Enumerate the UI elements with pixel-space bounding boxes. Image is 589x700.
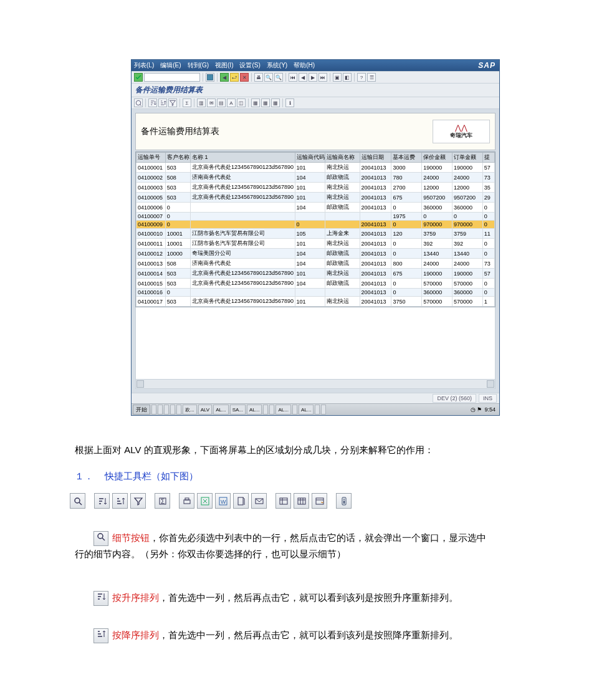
- export-icon[interactable]: ▥: [197, 98, 206, 107]
- table-cell[interactable]: 503: [165, 279, 190, 289]
- table-cell[interactable]: 35: [482, 183, 494, 193]
- table-cell[interactable]: 20041013: [360, 239, 391, 249]
- graphic-icon[interactable]: ◫: [237, 98, 246, 107]
- table-cell[interactable]: 0: [391, 221, 422, 229]
- col-name1[interactable]: 名称 1: [190, 153, 295, 163]
- table-cell[interactable]: 10000: [165, 249, 190, 259]
- table-cell[interactable]: 24000: [453, 173, 483, 183]
- sum-icon[interactable]: Σ: [183, 98, 191, 107]
- table-cell[interactable]: 1: [482, 297, 494, 307]
- abc-icon[interactable]: A: [227, 98, 236, 107]
- taskbar-item[interactable]: AL...: [275, 405, 290, 415]
- table-cell[interactable]: 104: [295, 279, 325, 289]
- table-cell[interactable]: 105: [295, 229, 325, 239]
- table-cell[interactable]: 360000: [422, 203, 453, 213]
- table-cell[interactable]: 20041013: [360, 269, 391, 279]
- table-row[interactable]: 04100005503北京商务代表处1234567890123d56789010…: [136, 193, 495, 203]
- col-customer[interactable]: 客户名称: [165, 153, 190, 163]
- table-cell[interactable]: 970000: [453, 221, 483, 229]
- table-cell[interactable]: 392: [453, 239, 483, 249]
- taskbar-item[interactable]: [269, 405, 274, 415]
- table-cell[interactable]: 101: [295, 193, 325, 203]
- table-cell[interactable]: 503: [165, 183, 190, 193]
- table-cell[interactable]: 04100013: [136, 259, 166, 269]
- taskbar-item[interactable]: SA...: [230, 405, 246, 415]
- table-cell[interactable]: [295, 289, 325, 297]
- save-icon[interactable]: [206, 73, 214, 82]
- table-row[interactable]: 04100014503北京商务代表处1234567890123d56789010…: [136, 269, 495, 279]
- table-cell[interactable]: 503: [165, 297, 190, 307]
- table-cell[interactable]: 24000: [422, 173, 453, 183]
- table-cell[interactable]: 101: [295, 297, 325, 307]
- table-cell[interactable]: 04100006: [136, 203, 166, 213]
- table-cell[interactable]: [325, 213, 360, 221]
- table-cell[interactable]: 503: [165, 269, 190, 279]
- taskbar-item[interactable]: [164, 405, 169, 415]
- table-cell[interactable]: 190000: [422, 163, 453, 173]
- table-cell[interactable]: 508: [165, 259, 190, 269]
- col-extra[interactable]: 提: [482, 153, 494, 163]
- table-row[interactable]: 04100009002004101309700009700000: [136, 221, 495, 229]
- table-cell[interactable]: [295, 213, 325, 221]
- table-cell[interactable]: 20041013: [360, 279, 391, 289]
- table-cell[interactable]: 20041013: [360, 183, 391, 193]
- table-cell[interactable]: 24000: [422, 259, 453, 269]
- table-cell[interactable]: 20041013: [360, 193, 391, 203]
- table-cell[interactable]: 0: [391, 203, 422, 213]
- col-carrier-code[interactable]: 运输商代码: [295, 153, 325, 163]
- taskbar-item[interactable]: [158, 405, 163, 415]
- table-cell[interactable]: 04100009: [136, 221, 166, 229]
- table-cell[interactable]: 3750: [391, 297, 422, 307]
- table-cell[interactable]: 04100014: [136, 269, 166, 279]
- cancel-icon[interactable]: ✕: [240, 73, 249, 82]
- table-cell[interactable]: 73: [482, 173, 494, 183]
- col-transport-no[interactable]: 运输单号: [136, 153, 166, 163]
- table-cell[interactable]: 04100001: [136, 163, 166, 173]
- table-cell[interactable]: 0: [422, 213, 453, 221]
- details-icon[interactable]: [134, 98, 143, 107]
- table-cell[interactable]: 04100017: [136, 297, 166, 307]
- table-cell[interactable]: 04100005: [136, 193, 166, 203]
- table-cell[interactable]: 0: [482, 249, 494, 259]
- sort-desc-icon[interactable]: [158, 98, 167, 107]
- table-cell[interactable]: 20041013: [360, 173, 391, 183]
- table-row[interactable]: 04100003503北京商务代表处1234567890123d56789010…: [136, 183, 495, 193]
- table-cell[interactable]: 190000: [453, 163, 483, 173]
- menu-system[interactable]: 系统(Y): [267, 61, 287, 70]
- table-cell[interactable]: 120: [391, 229, 422, 239]
- next-page-icon[interactable]: ▶: [309, 73, 317, 82]
- table-cell[interactable]: 04100003: [136, 183, 166, 193]
- table-row[interactable]: 0410001210000奇瑞美国分公司104邮政物流2004101301344…: [136, 249, 495, 259]
- table-row[interactable]: 04100013508济南商务代表处104邮政物流200410138002400…: [136, 259, 495, 269]
- table-row[interactable]: 04100015503北京商务代表处1234567890123d56789010…: [136, 279, 495, 289]
- table-cell[interactable]: 04100015: [136, 279, 166, 289]
- table-cell[interactable]: 上海金来: [325, 229, 360, 239]
- table-cell[interactable]: 北京商务代表处1234567890123d567890: [190, 279, 295, 289]
- menu-settings[interactable]: 设置(S): [239, 61, 260, 70]
- table-cell[interactable]: 0: [482, 279, 494, 289]
- taskbar-item[interactable]: AL...: [213, 405, 228, 415]
- print-icon[interactable]: 🖶: [254, 73, 263, 82]
- table-cell[interactable]: 0: [391, 289, 422, 297]
- table-cell[interactable]: 0: [295, 221, 325, 229]
- table-cell[interactable]: 0: [482, 221, 494, 229]
- command-field[interactable]: [144, 73, 200, 82]
- table-cell[interactable]: 360000: [453, 289, 483, 297]
- table-cell[interactable]: 13440: [453, 249, 483, 259]
- table-cell[interactable]: 104: [295, 259, 325, 269]
- taskbar-item[interactable]: ALV: [198, 405, 213, 415]
- table-cell[interactable]: 360000: [453, 203, 483, 213]
- table-cell[interactable]: 20041013: [360, 259, 391, 269]
- shortcut-icon[interactable]: ◧: [343, 73, 352, 82]
- table-cell[interactable]: 0: [482, 289, 494, 297]
- table-cell[interactable]: 南北快运: [325, 239, 360, 249]
- new-session-icon[interactable]: ▣: [333, 73, 342, 82]
- table-cell[interactable]: 104: [295, 249, 325, 259]
- info-icon[interactable]: ℹ: [285, 98, 294, 107]
- table-cell[interactable]: 邮政物流: [325, 279, 360, 289]
- taskbar-item[interactable]: [176, 405, 181, 415]
- table-cell[interactable]: 101: [295, 269, 325, 279]
- menu-view[interactable]: 视图(I): [215, 61, 233, 70]
- table-cell[interactable]: 800: [391, 259, 422, 269]
- table-cell[interactable]: 20041013: [360, 203, 391, 213]
